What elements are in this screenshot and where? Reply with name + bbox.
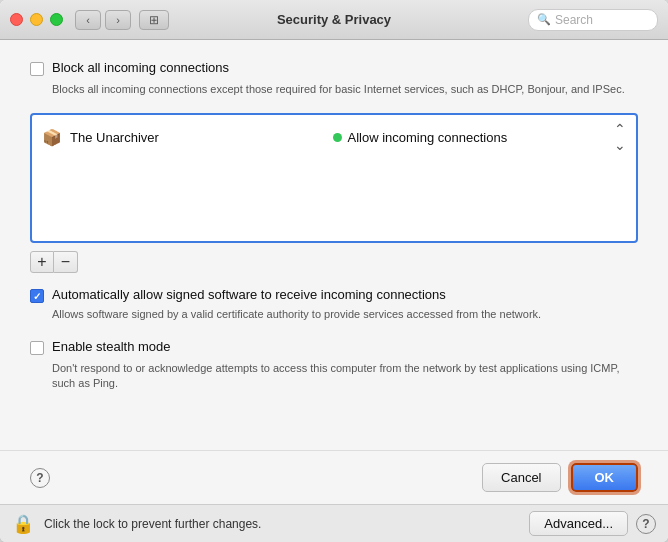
grid-button[interactable]: ⊞: [139, 10, 169, 30]
titlebar: ‹ › ⊞ Security & Privacy 🔍 Search: [0, 0, 668, 40]
stealth-section: Enable stealth mode Don't respond to or …: [30, 339, 638, 392]
add-remove-buttons: + −: [30, 251, 638, 273]
status-label: Allow incoming connections: [348, 130, 611, 145]
auto-allow-section: Automatically allow signed software to r…: [30, 287, 638, 322]
block-section: Block all incoming connections Blocks al…: [30, 60, 638, 97]
advanced-button[interactable]: Advanced...: [529, 511, 628, 536]
forward-button[interactable]: ›: [105, 10, 131, 30]
dropdown-arrow-icon[interactable]: ⌃⌄: [614, 121, 626, 153]
cancel-button[interactable]: Cancel: [482, 463, 560, 492]
search-icon: 🔍: [537, 13, 551, 26]
auto-allow-label: Automatically allow signed software to r…: [52, 287, 446, 302]
stealth-label: Enable stealth mode: [52, 339, 171, 354]
app-list-row: 📦 The Unarchiver Allow incoming connecti…: [32, 115, 636, 159]
lock-text: Click the lock to prevent further change…: [44, 517, 529, 531]
window-title: Security & Privacy: [277, 12, 391, 27]
close-button[interactable]: [10, 13, 23, 26]
dialog-buttons: Cancel OK: [482, 463, 638, 492]
stealth-description: Don't respond to or acknowledge attempts…: [52, 361, 638, 392]
search-placeholder: Search: [555, 13, 593, 27]
ok-button[interactable]: OK: [571, 463, 639, 492]
block-description: Blocks all incoming connections except t…: [52, 82, 638, 97]
auto-allow-checkbox[interactable]: [30, 289, 44, 303]
nav-buttons: ‹ ›: [75, 10, 131, 30]
app-list: 📦 The Unarchiver Allow incoming connecti…: [30, 113, 638, 243]
help-button[interactable]: ?: [30, 468, 50, 488]
add-app-button[interactable]: +: [30, 251, 54, 273]
app-name: The Unarchiver: [70, 130, 333, 145]
stealth-checkbox[interactable]: [30, 341, 44, 355]
back-button[interactable]: ‹: [75, 10, 101, 30]
main-content: Block all incoming connections Blocks al…: [0, 40, 668, 450]
lock-bar: 🔒 Click the lock to prevent further chan…: [0, 504, 668, 542]
traffic-lights: [10, 13, 63, 26]
block-label: Block all incoming connections: [52, 60, 229, 75]
main-window: ‹ › ⊞ Security & Privacy 🔍 Search Block …: [0, 0, 668, 542]
maximize-button[interactable]: [50, 13, 63, 26]
stealth-checkbox-row: Enable stealth mode: [30, 339, 638, 355]
search-box[interactable]: 🔍 Search: [528, 9, 658, 31]
app-icon: 📦: [42, 127, 62, 147]
dialog-buttons-section: ? Cancel OK: [0, 450, 668, 504]
auto-allow-description: Allows software signed by a valid certif…: [52, 307, 638, 322]
block-checkbox-row: Block all incoming connections: [30, 60, 638, 76]
question-button[interactable]: ?: [636, 514, 656, 534]
block-checkbox[interactable]: [30, 62, 44, 76]
minimize-button[interactable]: [30, 13, 43, 26]
status-dot: [333, 133, 342, 142]
lock-icon[interactable]: 🔒: [12, 513, 34, 535]
remove-app-button[interactable]: −: [54, 251, 78, 273]
content-wrapper: Block all incoming connections Blocks al…: [0, 40, 668, 504]
auto-allow-checkbox-row: Automatically allow signed software to r…: [30, 287, 638, 303]
